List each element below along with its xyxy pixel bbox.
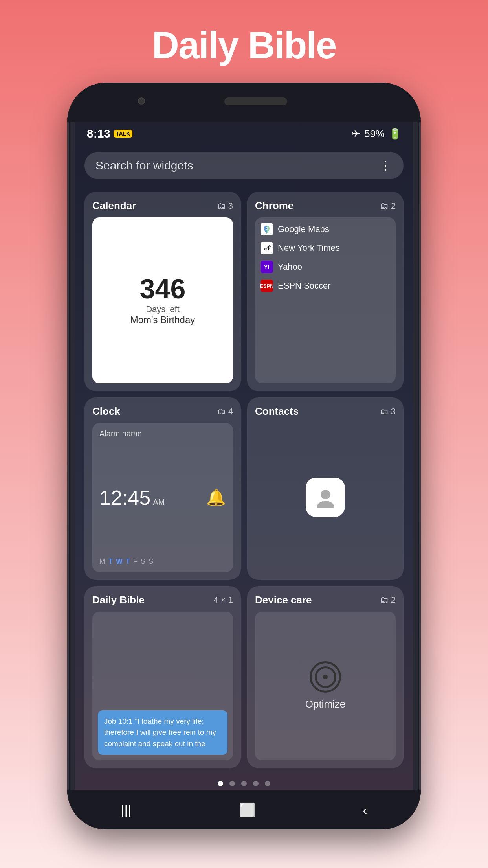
- calendar-title: Calendar: [92, 200, 136, 212]
- nyt-icon: 𝒩: [261, 242, 273, 254]
- calendar-count-icon: 🗂: [217, 201, 226, 211]
- optimize-icon: [310, 661, 341, 693]
- clock-count-icon: 🗂: [217, 406, 226, 417]
- calendar-days-number: 346: [140, 275, 186, 303]
- more-options-icon[interactable]: ⋮: [379, 158, 393, 173]
- status-bar: 8:13 TALK ✈ 59% 🔋: [75, 122, 413, 145]
- calendar-event-name: Mom's Birthday: [130, 314, 195, 326]
- day-W: W: [116, 557, 123, 566]
- alarm-time-value: 12:45: [99, 486, 150, 509]
- calendar-count-num: 3: [228, 201, 233, 211]
- status-time: 8:13: [87, 127, 110, 140]
- chrome-item-nyt[interactable]: 𝒩 New York Times: [261, 240, 390, 256]
- contacts-count: 🗂 3: [380, 406, 396, 417]
- nav-home-button[interactable]: ⬜: [239, 802, 255, 818]
- day-T1: T: [108, 557, 113, 566]
- clock-title: Clock: [92, 405, 120, 417]
- nyt-label: New York Times: [278, 243, 340, 253]
- maps-label: Google Maps: [278, 224, 329, 234]
- screen: 8:13 TALK ✈ 59% 🔋 Search for widgets ⋮ C…: [75, 122, 413, 790]
- contacts-inner: [255, 423, 396, 572]
- day-M: M: [99, 557, 105, 566]
- page-dot-3[interactable]: [241, 781, 247, 786]
- svg-point-2: [266, 228, 268, 229]
- status-right: ✈ 59% 🔋: [352, 128, 401, 140]
- alarm-days: M T W T F S S: [99, 557, 226, 566]
- camera: [138, 97, 145, 105]
- device-care-count-icon: 🗂: [380, 595, 389, 605]
- search-bar[interactable]: Search for widgets ⋮: [84, 152, 404, 179]
- chrome-title: Chrome: [255, 200, 294, 212]
- battery-icon: 🔋: [389, 128, 401, 140]
- svg-point-4: [317, 501, 334, 508]
- clock-widget[interactable]: Clock 🗂 4 Alarm name 12:45 AM M T: [84, 397, 241, 579]
- optimize-dot: [323, 675, 328, 679]
- chrome-item-yahoo[interactable]: Y! Yahoo: [261, 259, 390, 275]
- chrome-count-num: 2: [391, 201, 396, 211]
- page-dot-2[interactable]: [229, 781, 235, 786]
- contacts-count-icon: 🗂: [380, 406, 389, 417]
- bible-size: 4 × 1: [213, 595, 233, 605]
- calendar-days-label: Days left: [146, 304, 180, 314]
- calendar-header: Calendar 🗂 3: [92, 200, 233, 212]
- status-time-group: 8:13 TALK: [87, 127, 132, 140]
- page-dot-5[interactable]: [265, 781, 270, 786]
- page-dot-4[interactable]: [253, 781, 259, 786]
- clock-inner: Alarm name 12:45 AM M T W T F S S 🔔: [92, 423, 233, 572]
- chrome-item-espn[interactable]: ESPN ESPN Soccer: [261, 278, 390, 294]
- day-T2: T: [126, 557, 130, 566]
- clock-count-num: 4: [228, 406, 233, 417]
- bible-inner: Job 10:1 "I loathe my very life; therefo…: [92, 612, 233, 760]
- search-placeholder: Search for widgets: [95, 159, 379, 172]
- alarm-name: Alarm name: [99, 429, 226, 438]
- yahoo-icon: Y!: [261, 261, 273, 273]
- calendar-count: 🗂 3: [217, 201, 233, 211]
- calendar-inner: 346 Days left Mom's Birthday: [92, 217, 233, 383]
- clock-header: Clock 🗂 4: [92, 405, 233, 417]
- clock-count: 🗂 4: [217, 406, 233, 417]
- day-S1: S: [141, 557, 145, 566]
- contact-avatar: [306, 478, 345, 517]
- bible-title: Daily Bible: [92, 594, 145, 606]
- calendar-widget[interactable]: Calendar 🗂 3 346 Days left Mom's Birthda…: [84, 192, 241, 391]
- contacts-title: Contacts: [255, 405, 299, 417]
- nav-recents-button[interactable]: |||: [121, 802, 132, 818]
- page-dot-1[interactable]: [218, 781, 223, 786]
- alarm-clock-icon: 🔔: [206, 488, 226, 507]
- optimize-ring: [315, 666, 336, 688]
- chrome-count: 🗂 2: [380, 201, 396, 211]
- device-care-header: Device care 🗂 2: [255, 594, 396, 606]
- phone-top: [67, 83, 421, 122]
- device-care-inner: Optimize: [255, 612, 396, 760]
- app-title: Daily Bible: [152, 24, 336, 67]
- svg-point-3: [321, 490, 330, 499]
- espn-label: ESPN Soccer: [278, 281, 331, 291]
- chrome-widget[interactable]: Chrome 🗂 2: [247, 192, 404, 391]
- bible-header: Daily Bible 4 × 1: [92, 594, 233, 606]
- chrome-item-maps[interactable]: Google Maps: [261, 221, 390, 237]
- yahoo-label: Yahoo: [278, 262, 302, 272]
- speaker: [224, 97, 287, 105]
- alarm-ampm: AM: [153, 498, 165, 507]
- contacts-header: Contacts 🗂 3: [255, 405, 396, 417]
- widget-grid: Calendar 🗂 3 346 Days left Mom's Birthda…: [75, 186, 413, 774]
- page-dots: [75, 774, 413, 790]
- maps-icon: [261, 223, 273, 235]
- device-care-title: Device care: [255, 594, 312, 606]
- device-care-widget[interactable]: Device care 🗂 2 Optimize: [247, 586, 404, 768]
- contacts-widget[interactable]: Contacts 🗂 3: [247, 397, 404, 579]
- day-F: F: [133, 557, 138, 566]
- day-S2: S: [149, 557, 153, 566]
- contacts-count-num: 3: [391, 406, 396, 417]
- nav-back-button[interactable]: ‹: [363, 802, 367, 818]
- talk-badge: TALK: [114, 130, 132, 138]
- chrome-header: Chrome 🗂 2: [255, 200, 396, 212]
- device-care-count-num: 2: [391, 595, 396, 605]
- optimize-label: Optimize: [305, 698, 346, 710]
- daily-bible-widget[interactable]: Daily Bible 4 × 1 Job 10:1 "I loathe my …: [84, 586, 241, 768]
- phone-shell: 8:13 TALK ✈ 59% 🔋 Search for widgets ⋮ C…: [67, 83, 421, 829]
- chrome-inner: Google Maps 𝒩 New York Times Y! Yahoo ES…: [255, 217, 396, 383]
- espn-icon: ESPN: [261, 280, 273, 292]
- airplane-icon: ✈: [352, 128, 360, 140]
- battery-percent: 59%: [364, 128, 385, 140]
